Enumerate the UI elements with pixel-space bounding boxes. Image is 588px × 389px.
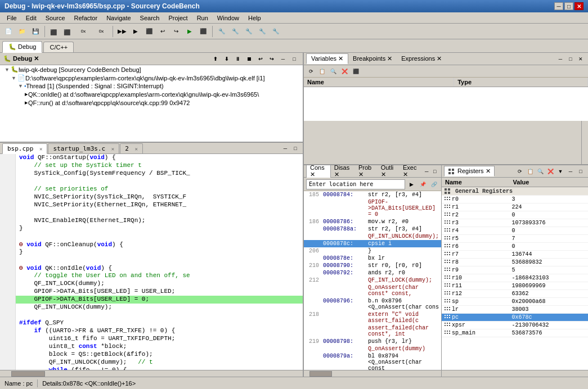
vars-btn-1[interactable]: ⟳ <box>306 66 316 76</box>
debug-step-btn-5[interactable]: ↪ <box>170 25 182 38</box>
minimize-button[interactable]: ─ <box>554 2 563 10</box>
reg-panel-toolbar-5[interactable]: ▼ <box>555 166 565 177</box>
panel-btn-1[interactable]: ⬆ <box>210 54 221 64</box>
new-button[interactable]: 📄 <box>2 25 15 38</box>
editor-tab-2[interactable]: 2 ✕ <box>120 143 143 153</box>
reg-row-r5[interactable]: r5 7 <box>442 235 588 243</box>
debug-btn-1[interactable]: ⬛ <box>48 25 60 38</box>
debug-btn-hex1[interactable]: 0x <box>75 25 92 38</box>
debug-btn-hex2[interactable]: 0x <box>93 25 110 38</box>
close-button[interactable]: ✕ <box>574 2 583 10</box>
panel-btn-5[interactable]: ↩ <box>255 54 266 64</box>
tab-expressions[interactable]: Expressions ✕ <box>397 54 446 64</box>
reg-row-pc[interactable]: pc 0x678c <box>442 314 588 322</box>
panel-maximize[interactable]: □ <box>289 54 299 64</box>
tab-variables[interactable]: Variables ✕ <box>306 53 348 64</box>
open-button[interactable]: 📁 <box>16 25 28 38</box>
panel-btn-2[interactable]: ⬇ <box>222 54 232 64</box>
reg-row-xpsr[interactable]: xpsr -2130706432 <box>442 322 588 329</box>
tab-close-2[interactable]: ✕ <box>134 146 137 152</box>
reg-row-sp-main[interactable]: sp_main 536873576 <box>442 329 588 337</box>
debug-btn-2[interactable]: ⬛ <box>61 25 74 38</box>
debug-step-btn-3[interactable]: ⬛ <box>143 25 155 38</box>
vars-btn-3[interactable]: 🔍 <box>329 66 339 76</box>
menu-help[interactable]: Help <box>244 13 266 22</box>
reg-hscrollbar[interactable] <box>442 370 588 377</box>
code-editor[interactable]: void QF::onStartup(void) { // set up the… <box>0 154 303 370</box>
tab-debug[interactable]: 🐛 Debug <box>2 41 42 53</box>
vars-panel-max[interactable]: □ <box>565 54 576 64</box>
save-button[interactable]: 💾 <box>29 25 42 38</box>
vars-btn-2[interactable]: 📋 <box>317 66 327 76</box>
debug-tree-content[interactable]: ▼ 🐛 lwip-qk-debug [Sourcery CodeBench De… <box>0 65 303 142</box>
reg-row-r12[interactable]: r12 63362 <box>442 290 588 298</box>
reg-row-r6[interactable]: r6 0 <box>442 243 588 251</box>
debug-step-btn-1[interactable]: ▶▶ <box>116 25 128 38</box>
reg-panel-toolbar-4[interactable]: ❌ <box>545 166 555 177</box>
tab-cpp[interactable]: C/C++ <box>43 42 74 52</box>
menu-edit[interactable]: Edit <box>21 13 41 22</box>
asm-link-btn[interactable]: 🔗 <box>429 179 439 189</box>
menu-navigate[interactable]: Navigate <box>102 13 135 22</box>
reg-panel-toolbar-1[interactable]: ⟳ <box>515 166 525 177</box>
asm-hscrollbar[interactable] <box>304 370 441 377</box>
panel-btn-6[interactable]: ↪ <box>267 54 277 64</box>
reg-panel-max[interactable]: □ <box>576 166 586 177</box>
debug-stop-btn[interactable]: ⬛ <box>197 25 209 38</box>
asm-pin-btn[interactable]: 📌 <box>418 179 428 189</box>
reg-row-r7[interactable]: r7 136744 <box>442 251 588 259</box>
maximize-button[interactable]: □ <box>564 2 573 10</box>
debug-extra-5[interactable]: 🔧 <box>270 25 282 38</box>
tab-registers[interactable]: Registers ✕ <box>444 166 495 177</box>
editor-maximize-btn[interactable]: □ <box>290 143 300 153</box>
reg-row-lr[interactable]: lr 38003 <box>442 306 588 314</box>
vars-panel-min[interactable]: ─ <box>555 54 565 64</box>
reg-row-r0[interactable]: r0 3 <box>442 196 588 203</box>
tab-breakpoints[interactable]: Breakpoints ✕ <box>348 54 397 64</box>
vars-panel-close[interactable]: ✕ <box>576 54 586 64</box>
editor-hscrollbar[interactable] <box>0 370 303 377</box>
reg-row-r4[interactable]: r4 0 <box>442 227 588 235</box>
menu-run[interactable]: Run <box>192 13 213 22</box>
asm-go-btn[interactable]: ▶ <box>406 179 416 189</box>
panel-btn-4[interactable]: ⏹ <box>244 54 254 64</box>
debug-extra-1[interactable]: 🔧 <box>216 25 228 38</box>
tree-item-debug-session[interactable]: ▼ 🐛 lwip-qk-debug [Sourcery CodeBench De… <box>0 65 303 74</box>
reg-panel-toolbar-2[interactable]: 📋 <box>525 166 535 177</box>
reg-row-r3[interactable]: r3 1073893376 <box>442 219 588 227</box>
vars-vscrollbar[interactable] <box>581 121 588 164</box>
tree-item-elf[interactable]: ▼ 📄 D:\software\qpcpp\examples\arm-corte… <box>0 74 303 82</box>
debug-run-btn[interactable]: ▶ <box>183 25 196 38</box>
debug-extra-3[interactable]: 🔧 <box>243 25 255 38</box>
menu-project[interactable]: Project <box>164 13 192 22</box>
editor-minimize-btn[interactable]: ─ <box>280 143 290 153</box>
debug-step-btn-2[interactable]: ▶ <box>129 25 142 38</box>
tree-item-frame2[interactable]: ▸ QF::run() at d:\software\qpcpp\qk\sour… <box>0 98 303 107</box>
debug-extra-4[interactable]: 🔧 <box>256 25 268 38</box>
reg-row-r1[interactable]: r1 224 <box>442 203 588 211</box>
menu-file[interactable]: File <box>2 13 21 22</box>
reg-row-sp[interactable]: sp 0x20000a68 <box>442 298 588 306</box>
debug-extra-2[interactable]: 🔧 <box>229 25 241 38</box>
reg-panel-toolbar-3[interactable]: 🔍 <box>535 166 545 177</box>
vars-btn-4[interactable]: ❌ <box>340 66 350 76</box>
editor-tab-bsp[interactable]: bsp.cpp ✕ <box>2 143 47 154</box>
reg-row-r11[interactable]: r11 1980699969 <box>442 282 588 290</box>
reg-panel-min[interactable]: ─ <box>565 166 576 177</box>
asm-panel-max[interactable]: □ <box>430 166 439 177</box>
debug-step-btn-4[interactable]: ↩ <box>156 25 169 38</box>
asm-content[interactable]: 185 00008784: str r2, [r3, #4] GPIOF->DA… <box>304 191 441 370</box>
address-input[interactable] <box>306 179 405 189</box>
menu-search[interactable]: Search <box>136 13 164 22</box>
asm-panel-min[interactable]: ─ <box>423 166 431 177</box>
tab-close-startup[interactable]: ✕ <box>111 146 114 152</box>
reg-row-r2[interactable]: r2 0 <box>442 211 588 219</box>
panel-btn-3[interactable]: ⏸ <box>233 54 243 64</box>
menu-source[interactable]: Source <box>41 13 70 22</box>
vars-btn-5[interactable]: ⬛ <box>351 66 361 76</box>
reg-table-content[interactable]: Name Value General Registers <box>442 178 588 370</box>
menu-window[interactable]: Window <box>213 13 244 22</box>
vars-table-content[interactable]: Name Type <box>304 78 588 121</box>
panel-minimize[interactable]: ─ <box>278 54 288 64</box>
reg-row-r9[interactable]: r9 5 <box>442 266 588 274</box>
